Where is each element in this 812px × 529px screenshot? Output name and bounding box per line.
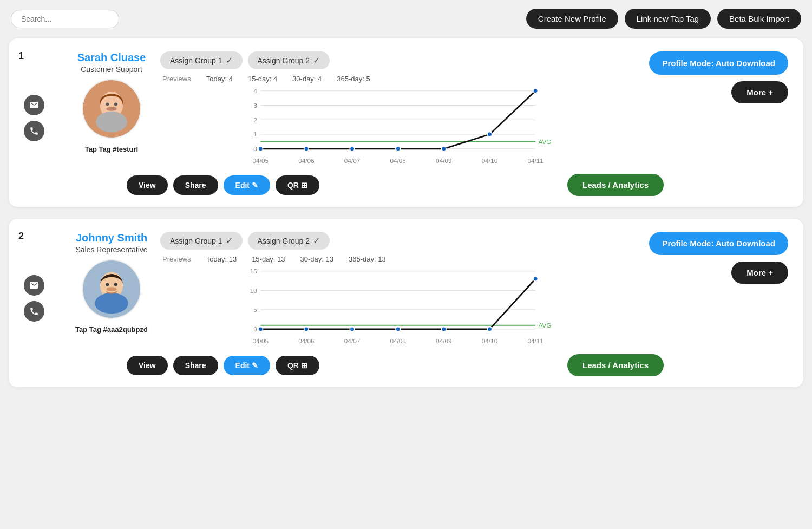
card-left-1: Sarah Cluase Customer Support Tap Tag #t… [68, 51, 155, 153]
svg-text:04/09: 04/09 [436, 157, 451, 164]
email-icon-btn-2[interactable] [24, 275, 44, 296]
view-btn-1[interactable]: View [127, 175, 168, 195]
svg-point-18 [258, 147, 263, 152]
svg-point-21 [396, 147, 401, 152]
contact-icons-2 [24, 275, 44, 322]
leads-analytics-btn-1[interactable]: Leads / Analytics [567, 174, 664, 196]
cards-container: 1 Sarah Cluase Customer Support [9, 38, 803, 387]
tap-tag-label-2: Tap Tag #aaa2qubpzd [75, 325, 148, 334]
top-buttons: Create New Profile Link new Tap Tag Beta… [526, 9, 801, 29]
stat-365day-1: 365-day: 5 [337, 75, 370, 83]
edit-btn-2[interactable]: Edit ✎ [224, 356, 270, 375]
stat-15day-2: 15-day: 13 [252, 255, 285, 263]
svg-text:04/10: 04/10 [482, 157, 498, 164]
assign-group1-btn-2[interactable]: Assign Group 1 ✓ [160, 232, 243, 250]
svg-point-35 [106, 287, 116, 291]
leads-analytics-btn-2[interactable]: Leads / Analytics [567, 354, 664, 376]
email-icon-btn-1[interactable] [24, 95, 44, 115]
svg-point-23 [487, 132, 492, 137]
svg-point-36 [106, 283, 109, 286]
svg-text:04/06: 04/06 [298, 157, 315, 164]
stat-previews-2: Previews [162, 255, 191, 263]
svg-text:04/11: 04/11 [527, 337, 543, 344]
svg-point-3 [106, 107, 116, 111]
svg-point-53 [487, 327, 492, 332]
contact-icons-1 [24, 95, 44, 141]
stat-today-2: Today: 13 [206, 255, 237, 263]
share-btn-1[interactable]: Share [173, 175, 218, 195]
svg-text:2: 2 [253, 116, 257, 123]
svg-point-20 [350, 147, 355, 152]
qr-btn-1[interactable]: QR ⊞ [276, 175, 319, 195]
avatar-1 [82, 79, 141, 139]
svg-text:04/10: 04/10 [482, 337, 498, 344]
card-number-2: 2 [18, 231, 24, 242]
bottom-left-btns-2: View Share Edit ✎ QR ⊞ [127, 356, 319, 375]
svg-text:04/09: 04/09 [436, 337, 451, 344]
assign-group2-btn-2[interactable]: Assign Group 2 ✓ [248, 232, 330, 250]
svg-point-37 [114, 283, 117, 286]
svg-point-4 [106, 102, 109, 106]
svg-point-48 [258, 327, 263, 332]
create-profile-button[interactable]: Create New Profile [526, 9, 618, 29]
svg-point-5 [114, 102, 117, 106]
svg-text:04/07: 04/07 [344, 157, 360, 164]
svg-text:04/07: 04/07 [344, 337, 360, 344]
check-icon-group2-1: ✓ [313, 55, 320, 66]
qr-btn-2[interactable]: QR ⊞ [276, 356, 319, 375]
card-number-1: 1 [18, 50, 24, 62]
phone-icon-btn-1[interactable] [24, 121, 44, 141]
profile-mode-btn-2[interactable]: Profile Mode: Auto Download [649, 232, 788, 255]
stat-previews-1: Previews [162, 75, 191, 83]
check-icon-group1-1: ✓ [226, 55, 233, 66]
beta-bulk-import-button[interactable]: Beta Bulk Import [717, 9, 801, 29]
svg-text:AVG: AVG [538, 322, 551, 329]
stat-today-1: Today: 4 [206, 75, 233, 83]
phone-icon-btn-2[interactable] [24, 301, 44, 322]
svg-point-19 [304, 147, 309, 152]
share-btn-2[interactable]: Share [173, 356, 218, 375]
svg-text:04/11: 04/11 [527, 157, 543, 164]
svg-point-22 [442, 147, 447, 152]
link-tap-tag-button[interactable]: Link new Tap Tag [625, 9, 711, 29]
search-input[interactable] [11, 10, 119, 28]
stat-15day-1: 15-day: 4 [248, 75, 277, 83]
assign-group1-btn-1[interactable]: Assign Group 1 ✓ [160, 51, 243, 69]
stats-row-2: Previews Today: 13 15-day: 13 30-day: 13… [160, 255, 644, 263]
chart-area-1: 0 1 2 3 4 AVG 04/0504/0604/0704/0804/090… [160, 85, 644, 166]
svg-text:15: 15 [250, 267, 258, 275]
svg-point-2 [96, 112, 127, 133]
svg-text:4: 4 [253, 87, 257, 94]
groups-row-1: Assign Group 1 ✓ Assign Group 2 ✓ [160, 51, 644, 69]
card-middle-2: Assign Group 1 ✓ Assign Group 2 ✓ Previe… [155, 232, 649, 347]
more-btn-2[interactable]: More + [731, 262, 788, 284]
svg-text:3: 3 [253, 102, 257, 109]
svg-point-52 [442, 327, 447, 332]
svg-text:04/05: 04/05 [253, 157, 269, 164]
svg-point-24 [533, 88, 538, 93]
bottom-left-btns-1: View Share Edit ✎ QR ⊞ [127, 175, 319, 195]
check-icon-group1-2: ✓ [226, 236, 233, 246]
svg-point-50 [350, 327, 355, 332]
assign-group2-btn-1[interactable]: Assign Group 2 ✓ [248, 51, 330, 69]
svg-point-54 [533, 277, 538, 282]
edit-btn-1[interactable]: Edit ✎ [224, 175, 270, 195]
svg-text:04/06: 04/06 [298, 337, 315, 344]
svg-text:AVG: AVG [538, 138, 551, 145]
view-btn-2[interactable]: View [127, 356, 168, 375]
card-bottom-1: View Share Edit ✎ QR ⊞ Leads / Analytics [24, 174, 788, 196]
svg-text:0: 0 [253, 145, 257, 152]
profile-title-2: Sales Representative [75, 245, 147, 254]
card-top-2: Johnny Smith Sales Representative Tap Ta… [24, 232, 788, 347]
more-btn-1[interactable]: More + [731, 81, 788, 103]
stats-row-1: Previews Today: 4 15-day: 4 30-day: 4 36… [160, 75, 644, 83]
card-right-1: Profile Mode: Auto Download More + [649, 51, 788, 103]
check-icon-group2-2: ✓ [313, 236, 320, 246]
svg-point-49 [304, 327, 309, 332]
chart-area-2: 0 5 10 15 AVG 04/0504/0604/0704/0804/090… [160, 265, 644, 347]
stat-30day-1: 30-day: 4 [292, 75, 322, 83]
profile-mode-btn-1[interactable]: Profile Mode: Auto Download [649, 51, 788, 75]
profile-name-2: Johnny Smith [76, 232, 147, 244]
top-bar: Create New Profile Link new Tap Tag Beta… [9, 9, 803, 29]
profile-card-2: 2 Johnny Smith Sales Representative [9, 219, 803, 387]
